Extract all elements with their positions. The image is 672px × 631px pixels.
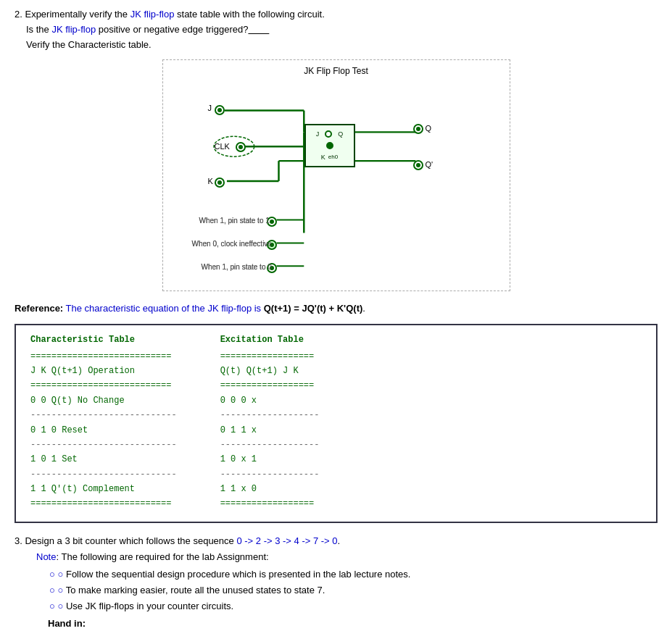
out-q-label: Q: [426, 124, 432, 133]
char-dash-3: ----------------------------: [30, 467, 177, 482]
q2-jk-ref1: JK flip-flop: [130, 9, 175, 20]
q2-line1-post: state table with the following circuit.: [174, 9, 324, 20]
out-q-node: [413, 124, 423, 134]
ff-node-top: [325, 130, 332, 139]
tables-row: Characteristic Table ===================…: [30, 333, 642, 511]
q3-period: .: [338, 535, 341, 546]
q3-bullet-3: ○ Use JK flip-flops in your counter circ…: [49, 598, 658, 614]
char-sep-end: ===========================: [30, 496, 177, 511]
when0-text: When 0, clock ineffective: [192, 240, 272, 248]
out-qp-node: [413, 160, 423, 170]
q2-line2: Is the JK flip-flop positive or negative…: [26, 24, 269, 35]
circuit-box: JK Flip Flop Test: [162, 59, 510, 291]
exc-row-1: 0 0 0 x: [220, 393, 320, 408]
ff-j-label: J: [316, 130, 320, 139]
exc-sep-end: ==================: [220, 496, 320, 511]
char-row-1: 0 0 Q(t) No Change: [30, 393, 177, 408]
q3-line1: 3. Design a 3 bit counter which follows …: [14, 533, 658, 549]
out-qp-label: Q': [426, 160, 434, 169]
q3-number: 3.: [14, 535, 22, 546]
question-3: 3. Design a 3 bit counter which follows …: [14, 533, 658, 631]
char-row-2: 0 1 0 Reset: [30, 423, 177, 438]
clk-label: CLK: [215, 142, 230, 151]
q3-note-text: Note: The following are required for the…: [36, 551, 269, 562]
reference-text: The characteristic equation of the JK fl…: [66, 303, 264, 314]
exc-dash-1: -------------------: [220, 408, 320, 422]
tables-container: Characteristic Table ===================…: [14, 324, 658, 523]
char-sep1: ===========================: [30, 349, 177, 364]
q2-number: 2.: [14, 9, 22, 20]
clk-node: [236, 142, 246, 152]
ff-k-label: K: [321, 154, 325, 161]
when1-text: When 1, pin state to 1: [199, 217, 270, 225]
reference-equation: Q(t+1) = JQ'(t) + K'Q(t): [264, 303, 363, 314]
q3-sequence: 0 -> 2 -> 3 -> 4 -> 7 -> 0: [236, 535, 337, 546]
exc-table-title: Excitation Table: [220, 333, 320, 347]
q2-line1-pre: Experimentally verify the: [25, 9, 130, 20]
when1-0-text: When 1, pin state to 0: [202, 263, 272, 271]
q3-hand-in-label: Hand in:: [14, 616, 658, 631]
char-row-4: 1 1 Q'(t) Complement: [30, 482, 177, 496]
q3-line1-pre: Design a 3 bit counter which follows the…: [25, 535, 236, 546]
q3-note: Note: The following are required for the…: [14, 549, 658, 565]
reference-label: Reference:: [14, 303, 63, 314]
ff-clk-node: [326, 143, 333, 151]
exc-row-4: 1 1 x 0: [220, 482, 320, 496]
char-row-3: 1 0 1 Set: [30, 452, 177, 467]
char-col-header: J K Q(t+1) Operation: [30, 364, 177, 378]
exc-dash-2: -------------------: [220, 438, 320, 452]
j-node: [215, 105, 225, 115]
characteristic-table: Characteristic Table ===================…: [30, 333, 177, 511]
exc-sep1: ==================: [220, 349, 320, 364]
char-dash-2: ----------------------------: [30, 438, 177, 452]
ff-block: J Q K eh0: [304, 124, 355, 167]
q3-bullet-2: ○ To make marking easier, route all the …: [49, 582, 658, 598]
exc-col-header: Q(t) Q(t+1) J K: [220, 364, 320, 378]
char-dash-1: ----------------------------: [30, 408, 177, 422]
circuit-title: JK Flip Flop Test: [163, 66, 510, 76]
q3-bullet-1: ○ Follow the sequential design procedure…: [49, 567, 658, 582]
reference-section: Reference: The characteristic equation o…: [14, 301, 658, 317]
q3-bullets: ○ Follow the sequential design procedure…: [14, 567, 658, 614]
circuit-container: JK Flip Flop Test: [148, 59, 525, 291]
j-label: J: [208, 104, 212, 112]
k-label: K: [208, 177, 213, 185]
exc-row-2: 0 1 1 x: [220, 423, 320, 438]
exc-dash-3: -------------------: [220, 467, 320, 482]
excitation-table: Excitation Table ================== Q(t)…: [220, 333, 320, 511]
ff-q-top-label: Q: [338, 130, 343, 139]
char-sep2: ===========================: [30, 378, 177, 393]
question-2: 2. Experimentally verify the JK flip-flo…: [14, 7, 658, 523]
char-table-title: Characteristic Table: [30, 333, 177, 347]
exc-row-3: 1 0 x 1: [220, 452, 320, 467]
k-node: [215, 177, 225, 188]
exc-sep2: ==================: [220, 378, 320, 393]
q2-line3: Verify the Characteristic table.: [26, 39, 152, 50]
circuit-wires: [163, 60, 510, 291]
